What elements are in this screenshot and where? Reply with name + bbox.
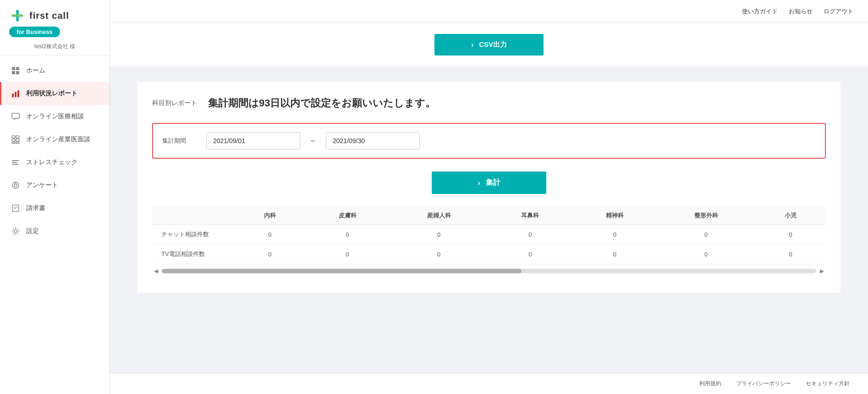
svg-rect-4 [16,67,19,70]
svg-rect-14 [16,139,19,141]
sidebar-item-usage-report[interactable]: 利用状況レポート [0,82,110,105]
row-chat-hifuka: 0 [305,225,390,244]
scroll-left-arrow[interactable]: ◀ [152,268,160,274]
report-table: 内科 皮膚科 産婦人科 耳鼻科 精神科 整形外科 小児 [152,207,826,264]
date-range-label: 集計期間 [162,137,199,145]
date-separator: ～ [308,136,319,146]
report-section: 科目別レポート 集計期間は93日以内で設定をお願いいたします。 集計期間 ～ › [110,67,868,307]
logo-icon [9,7,26,24]
sidebar-item-billing[interactable]: 請求書 [0,197,110,220]
csv-button-label: CSV出力 [479,40,507,49]
grid-icon [11,134,21,144]
svg-rect-11 [12,136,15,138]
topbar-logout-link[interactable]: ログアウト [824,7,853,16]
nav-menu: ホーム 利用状況レポート オンライン医療相談 オンラ [0,59,110,243]
svg-rect-3 [12,67,15,70]
sidebar-item-home[interactable]: ホーム [0,59,110,82]
table-col-hifuka: 皮膚科 [305,207,390,225]
sidebar-item-billing-label: 請求書 [26,204,45,212]
scroll-right-arrow[interactable]: ▶ [818,268,826,274]
row-chat-jibika: 0 [488,225,572,244]
company-name: test2株式会社 様 [9,43,100,50]
svg-rect-8 [15,92,16,97]
survey-icon [11,180,21,190]
svg-rect-15 [12,142,15,144]
horizontal-scrollbar[interactable]: ◀ ▶ [152,264,826,278]
svg-rect-2 [11,14,23,17]
table-col-sanfujinka: 産婦人科 [390,207,488,225]
aggregate-button[interactable]: › 集計 [432,172,546,194]
row-chat-label: チャット相談件数 [152,225,235,244]
row-tv-seishinka: 0 [572,244,657,264]
sidebar-item-stress-check-label: ストレスチェック [26,158,77,166]
svg-rect-16 [16,142,19,144]
topbar: 使い方ガイド お知らせ ログアウト [110,0,868,23]
aggregate-chevron-icon: › [478,179,480,187]
topbar-notice-link[interactable]: お知らせ [789,7,813,16]
row-tv-sanfujinka: 0 [390,244,488,264]
topbar-guide-link[interactable]: 使い方ガイド [742,7,778,16]
menu-icon [11,157,21,167]
main-area: 使い方ガイド お知らせ ログアウト › CSV出力 科目別レポート 集計期間は9… [110,0,868,394]
report-section-label: 科目別レポート [152,99,197,107]
logo-area: first call [9,7,100,24]
table-wrapper: 内科 皮膚科 産婦人科 耳鼻科 精神科 整形外科 小児 [152,207,826,278]
footer-privacy-link[interactable]: プライバシーポリシー [736,380,791,388]
svg-rect-10 [12,113,19,118]
sidebar-item-usage-report-label: 利用状況レポート [26,89,77,98]
sidebar: first call for Business test2株式会社 様 ホーム … [0,0,110,394]
report-header-row: 科目別レポート 集計期間は93日以内で設定をお願いいたします。 [152,96,826,110]
chat-icon [11,111,21,122]
scroll-thumb [162,269,522,273]
csv-section: › CSV出力 [110,23,868,67]
svg-rect-9 [17,90,19,97]
row-chat-seishinka: 0 [572,225,657,244]
sidebar-header: first call for Business test2株式会社 様 [0,0,110,55]
table-col-naika: 内科 [235,207,305,225]
sidebar-item-home-label: ホーム [26,67,45,75]
table-header-row: 内科 皮膚科 産婦人科 耳鼻科 精神科 整形外科 小児 [152,207,826,225]
row-chat-naika: 0 [235,225,305,244]
sidebar-item-settings-label: 設定 [26,227,39,235]
sidebar-item-survey[interactable]: アンケート [0,174,110,197]
sidebar-item-online-consult[interactable]: オンライン医療相談 [0,105,110,128]
table-row: TV電話相談件数 0 0 0 0 0 0 0 [152,244,826,264]
table-col-shoni: 小児 [755,207,826,225]
svg-rect-23 [12,205,19,211]
table-col-jibika: 耳鼻科 [488,207,572,225]
table-col-seishinka: 精神科 [572,207,657,225]
aggregate-row: › 集計 [152,172,826,194]
table-col-seikei: 整形外科 [657,207,755,225]
aggregate-button-label: 集計 [486,178,500,188]
logo-text: first call [29,11,69,21]
billing-icon [11,203,21,213]
row-tv-hifuka: 0 [305,244,390,264]
date-from-input[interactable] [206,132,300,150]
home-icon [11,66,21,76]
row-tv-naika: 0 [235,244,305,264]
row-tv-shoni: 0 [755,244,826,264]
sidebar-item-stress-check[interactable]: ストレスチェック [0,151,110,174]
sidebar-item-online-doctor[interactable]: オンライン産業医面談 [0,128,110,151]
for-business-badge: for Business [9,27,100,41]
row-tv-seikei: 0 [657,244,755,264]
svg-rect-13 [12,139,15,141]
csv-chevron-icon: › [471,41,473,49]
page-footer: 利用規約 プライバシーポリシー セキュリティ方針 [110,373,868,394]
content: › CSV出力 科目別レポート 集計期間は93日以内で設定をお願いいたします。 … [110,23,868,373]
svg-rect-5 [12,71,15,74]
bar-chart-icon [11,89,21,99]
footer-security-link[interactable]: セキュリティ方針 [806,380,850,388]
svg-point-21 [14,184,17,187]
row-chat-shoni: 0 [755,225,826,244]
footer-terms-link[interactable]: 利用規約 [699,380,721,388]
sidebar-item-online-doctor-label: オンライン産業医面談 [26,135,90,144]
date-range-box: 集計期間 ～ [152,123,826,159]
sidebar-item-settings[interactable]: 設定 [0,220,110,243]
date-to-input[interactable] [326,132,420,150]
svg-point-26 [14,230,17,233]
row-tv-jibika: 0 [488,244,572,264]
scroll-track [162,269,816,273]
csv-export-button[interactable]: › CSV出力 [434,34,544,55]
sidebar-item-survey-label: アンケート [26,181,58,189]
